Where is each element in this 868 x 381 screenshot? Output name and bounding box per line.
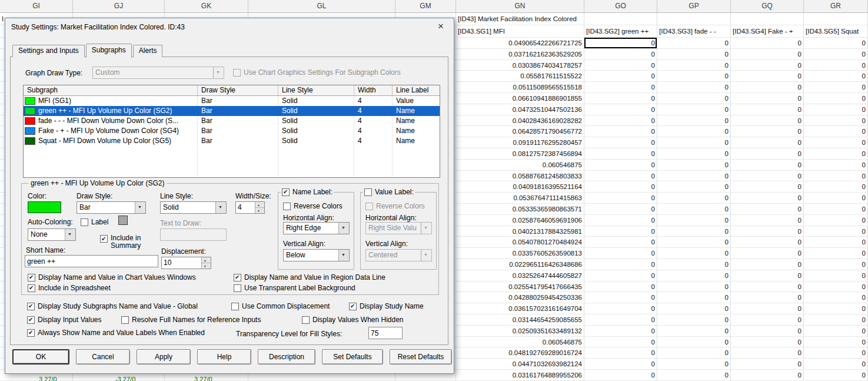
cell[interactable]: 0 [657,148,731,160]
cell[interactable]: 0 [731,314,804,326]
value-vertical-align-select[interactable]: Centered [365,249,432,261]
cell[interactable]: 0 [657,370,731,381]
display-study-name-checkbox[interactable]: Display Study Name [349,302,424,310]
mfi-value-cell[interactable]: 0.05115089565515518 [456,82,584,93]
cell[interactable]: 0 [804,204,868,215]
mfi-value-cell[interactable]: 0.09191176295280457 [456,137,584,148]
mfi-value-cell[interactable]: 0.05887681245803833 [456,171,584,182]
cell[interactable]: 0 [804,115,868,127]
cell[interactable]: 0 [657,193,731,204]
cell[interactable]: 0 [731,359,804,370]
mfi-value-cell[interactable]: 0.042880259454250336 [456,292,584,303]
graph-draw-type-select[interactable]: Custom [92,67,224,79]
cell[interactable]: 0 [584,248,657,259]
cell[interactable]: 0 [731,326,804,337]
cell[interactable]: 0 [584,137,657,148]
subgraph-color-button[interactable] [28,201,61,213]
cell[interactable]: 0 [584,259,657,270]
cell[interactable]: 0 [804,314,868,326]
tab-subgraphs[interactable]: Subgraphs [86,44,132,58]
mfi-value-cell[interactable]: 0.05407801270484924 [456,237,584,248]
transparent-label-background-checkbox[interactable]: Use Transparent Label Background [234,284,355,292]
subgraph-row-sg2-selected[interactable]: green ++ - MFI Up Volume Up Color (SG2) … [24,106,440,116]
mfi-value-cell[interactable]: 0.06428571790456772 [456,126,584,137]
display-study-subgraphs-global-checkbox[interactable]: Display Study Subgraphs Name and Value -… [27,302,198,310]
line-style-select[interactable]: Solid [160,201,227,214]
cell[interactable]: 0 [584,370,657,381]
display-values-when-hidden-checkbox[interactable]: Display Values When Hidden [302,316,404,324]
subgraph-row-empty[interactable] [24,156,440,166]
cell[interactable]: 0 [731,270,804,281]
cell[interactable]: 0 [657,359,731,370]
cell[interactable]: 0 [731,60,804,71]
always-show-labels-checkbox[interactable]: Always Show Name and Value Labels When E… [27,329,205,337]
cell[interactable]: 0 [731,237,804,248]
cell[interactable]: 0 [584,204,657,215]
draw-style-select[interactable]: Bar [77,201,146,214]
tab-settings-and-inputs[interactable]: Settings and Inputs [12,45,85,57]
cell[interactable]: 0 [804,270,868,281]
mfi-value-cell[interactable]: 0.03252647444605827 [456,270,584,281]
subgraph-row-empty[interactable] [24,166,440,176]
mfi-value-cell[interactable]: 0.048192769289016724 [456,347,584,359]
column-header[interactable]: GJ [73,0,165,13]
cell[interactable]: 0 [804,60,868,71]
mfi-value-cell[interactable]: 0.08127572387456894 [456,148,584,160]
cell[interactable]: 0 [731,370,804,381]
value-reverse-colors-checkbox[interactable]: Reverse Colors [365,202,425,210]
auto-coloring-select[interactable]: None [28,228,76,241]
short-name-input[interactable] [25,255,158,267]
cell[interactable]: 0 [657,326,731,337]
cell[interactable]: 0 [804,337,868,348]
cell[interactable]: 0 [584,326,657,337]
cell[interactable]: 0 [731,181,804,193]
cell[interactable]: 0 [657,49,731,60]
cell[interactable]: 0 [731,226,804,237]
cell[interactable]: 0 [804,359,868,370]
subgraph-header-cell[interactable]: [ID43.SG5] Squat [804,25,868,38]
label-color-button[interactable] [118,216,128,225]
cell[interactable]: 0 [731,82,804,93]
mfi-value-cell[interactable]: 0.04732510447502136 [456,104,584,115]
cell[interactable]: 0 [804,193,868,204]
cell[interactable]: 0 [657,204,731,215]
mfi-value-cell[interactable]: 0.03144654259085655 [456,314,584,326]
cell[interactable]: 0 [804,370,868,381]
mfi-value-cell[interactable]: 0.049065422266721725 [456,38,584,49]
mfi-value-cell[interactable]: 0.04021317884325981 [456,226,584,237]
cell[interactable]: 0 [731,215,804,226]
display-input-values-checkbox[interactable]: Display Input Values [27,316,102,324]
cell[interactable]: 0 [657,347,731,359]
mfi-value-cell[interactable]: 0.025541795417666435 [456,281,584,293]
cell[interactable]: 0 [657,137,731,148]
use-common-displacement-checkbox[interactable]: Use Common Displacement [231,302,330,310]
cell[interactable]: 0 [731,171,804,182]
column-header[interactable]: GM [395,0,456,13]
name-reverse-colors-checkbox[interactable]: Reverse Colors [283,202,342,210]
cell[interactable]: 0 [731,193,804,204]
cell[interactable]: 0 [804,71,868,82]
cell[interactable]: 0 [584,292,657,303]
cell[interactable]: 0 [657,82,731,93]
mfi-value-cell[interactable]: 0.03357605263590813 [456,248,584,259]
cell[interactable]: 0 [584,126,657,137]
cell[interactable]: 0 [804,303,868,314]
subgraph-row-sg3[interactable]: fade - - - MFI Down Volume Down Color (S… [24,116,440,126]
cell[interactable]: 0 [657,115,731,127]
cell[interactable]: 0 [584,193,657,204]
cell[interactable]: 0 [584,104,657,115]
cell[interactable]: 0 [584,181,657,193]
cell[interactable]: 0 [657,104,731,115]
cell[interactable]: 0 [584,82,657,93]
cell[interactable]: 0 [657,314,731,326]
cell[interactable]: 0 [584,148,657,160]
transparency-level-input[interactable] [368,327,403,339]
mfi-value-cell[interactable]: 0.04091816395521164 [456,181,584,193]
column-header[interactable]: GN [456,0,584,13]
cell[interactable]: 0 [804,126,868,137]
spinner-up-down-icon[interactable] [201,257,211,269]
subgraph-header-cell[interactable]: [ID43.SG1] MFI [456,25,584,38]
mfi-value-cell[interactable]: 0.02587646059691906 [456,215,584,226]
cell[interactable]: 0 [657,93,731,104]
cell[interactable]: 0 [657,237,731,248]
